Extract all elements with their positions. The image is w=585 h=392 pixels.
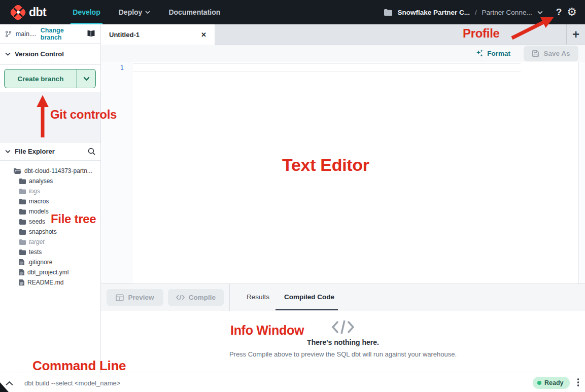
tree-item-snapshots[interactable]: snapshots <box>0 227 100 237</box>
create-branch-dropdown[interactable] <box>77 69 95 88</box>
file-icon <box>19 269 24 275</box>
save-as-label: Save As <box>543 50 570 57</box>
command-bar-divider <box>18 375 18 390</box>
sidebar: main.... Change branch Version Control C… <box>0 24 101 373</box>
tree-item--gitignore[interactable]: .gitignore <box>0 257 100 267</box>
preview-label: Preview <box>128 294 154 301</box>
file-icon <box>19 279 24 286</box>
results-panel-header: Preview Compile Results Compiled Code <box>101 284 585 311</box>
tree-item-readme-md[interactable]: README.md <box>0 277 100 288</box>
tree-item-macros[interactable]: macros <box>0 196 100 206</box>
editor-toolbar: Format Save As <box>101 45 585 62</box>
save-as-button[interactable]: Save As <box>524 46 578 61</box>
command-bar: Ready <box>0 373 585 392</box>
nav-item-documentation[interactable]: Documentation <box>159 0 229 24</box>
tree-item-dbt-cloud-114373-partn-[interactable]: dbt-cloud-114373-partn... <box>0 166 100 176</box>
project-name[interactable]: Partner Conne... <box>482 9 532 16</box>
change-branch-link[interactable]: Change branch <box>41 27 83 41</box>
tree-item-label: macros <box>29 198 49 205</box>
format-button[interactable]: Format <box>475 45 510 62</box>
compile-button[interactable]: Compile <box>168 289 224 306</box>
branch-row: main.... Change branch <box>0 24 100 44</box>
compile-label: Compile <box>189 294 216 301</box>
chevron-down-icon[interactable] <box>537 11 543 14</box>
status-dot-icon <box>537 381 541 385</box>
table-icon <box>116 294 124 301</box>
panel-divider <box>229 284 230 311</box>
tree-item-label: models <box>29 208 49 215</box>
editor-scrollbar[interactable] <box>578 62 585 283</box>
dbt-logo-icon <box>11 6 25 19</box>
help-icon[interactable]: ? <box>556 7 562 18</box>
file-tree: dbt-cloud-114373-partn...analyseslogsmac… <box>0 166 100 288</box>
format-label: Format <box>487 50 510 57</box>
settings-gear-icon[interactable]: ⚙ <box>567 7 577 18</box>
tab-compiled-code[interactable]: Compiled Code <box>284 293 334 301</box>
tree-item-label: dbt_project.yml <box>27 269 68 276</box>
sparkle-icon <box>475 49 484 57</box>
info-window: There's nothing here. Press Compile abov… <box>101 311 585 373</box>
version-control-header[interactable]: Version Control <box>0 44 100 65</box>
top-nav: dbt Develop Deploy Documentation Snowfla… <box>0 0 585 24</box>
tree-item-tests[interactable]: tests <box>0 247 100 257</box>
breadcrumb-separator: / <box>475 9 477 16</box>
status-label: Ready <box>544 379 564 386</box>
text-editor[interactable]: 1 <box>101 62 585 284</box>
chevron-up-icon[interactable] <box>6 379 13 388</box>
new-tab-button[interactable]: + <box>566 24 585 45</box>
tree-item-label: snapshots <box>29 228 57 235</box>
code-slash-icon <box>331 319 355 335</box>
command-input[interactable] <box>24 376 501 390</box>
version-control-body <box>0 92 100 142</box>
chevron-down-icon <box>5 52 11 56</box>
nav-right: Snowflake Partner C... / Partner Conne..… <box>384 0 577 24</box>
current-branch-name: main.... <box>16 30 37 38</box>
tree-item-target[interactable]: target <box>0 237 100 247</box>
folder-icon <box>19 179 26 184</box>
folder-icon <box>19 199 26 204</box>
tree-item-label: target <box>29 238 45 245</box>
file-icon <box>19 259 24 265</box>
chevron-down-icon <box>5 150 11 153</box>
project-account[interactable]: Snowflake Partner C... <box>397 9 470 16</box>
empty-state-subtitle: Press Compile above to preview the SQL d… <box>229 350 457 358</box>
tree-item-label: .gitignore <box>27 259 52 266</box>
file-explorer-title: File Explorer <box>15 148 55 155</box>
file-explorer-header[interactable]: File Explorer <box>0 142 100 161</box>
tree-item-analyses[interactable]: analyses <box>0 176 100 186</box>
docs-book-icon[interactable] <box>87 30 95 37</box>
tree-item-dbt-project-yml[interactable]: dbt_project.yml <box>0 267 100 277</box>
tree-item-label: logs <box>29 188 40 195</box>
line-number: 1 <box>101 64 124 72</box>
kebab-menu-icon[interactable] <box>576 377 580 387</box>
nav-item-deploy[interactable]: Deploy <box>110 0 160 24</box>
nav-item-develop[interactable]: Develop <box>63 0 109 24</box>
editor-tab-bar: Untitled-1 ✕ + <box>101 24 585 45</box>
tab-untitled-1[interactable]: Untitled-1 ✕ <box>101 24 215 45</box>
nav-items: Develop Deploy Documentation <box>63 0 229 24</box>
folder-icon <box>384 9 392 16</box>
tree-item-models[interactable]: models <box>0 206 100 217</box>
create-branch-button[interactable]: Create branch <box>4 69 96 88</box>
tree-item-seeds[interactable]: seeds <box>0 217 100 227</box>
folder-icon <box>19 209 26 215</box>
current-line-highlight[interactable] <box>133 63 521 72</box>
tab-label: Untitled-1 <box>109 31 140 39</box>
git-branch-icon <box>5 30 12 38</box>
version-control-title: Version Control <box>15 50 64 58</box>
folder-open-icon <box>14 168 21 174</box>
chevron-down-icon <box>83 77 90 81</box>
tab-results[interactable]: Results <box>247 293 269 301</box>
tab-close-icon[interactable]: ✕ <box>201 31 207 39</box>
folder-icon <box>19 189 26 194</box>
preview-button[interactable]: Preview <box>107 289 163 306</box>
folder-icon <box>19 229 26 235</box>
tree-item-logs[interactable]: logs <box>0 186 100 196</box>
line-number-gutter: 1 <box>101 62 133 283</box>
tree-item-label: dbt-cloud-114373-partn... <box>24 167 92 174</box>
code-icon <box>176 294 185 301</box>
empty-state-title: There's nothing here. <box>307 338 379 346</box>
search-icon[interactable] <box>88 148 95 155</box>
dbt-logo[interactable]: dbt <box>11 6 46 19</box>
folder-icon <box>19 239 26 245</box>
